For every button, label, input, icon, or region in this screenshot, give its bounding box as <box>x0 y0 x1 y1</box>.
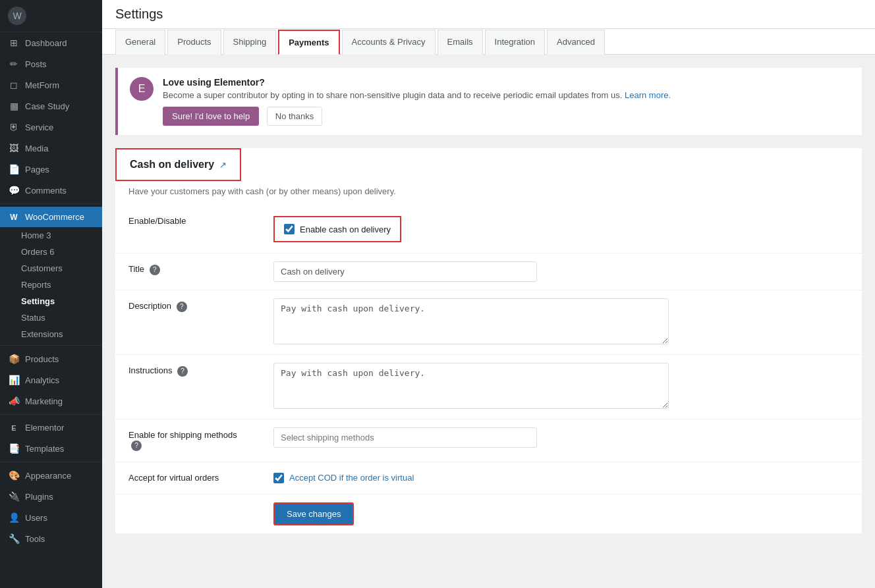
elementor-banner: E Love using Elementor? Become a super c… <box>115 68 862 135</box>
submenu-extensions-label: Extensions <box>21 329 63 339</box>
tab-general[interactable]: General <box>115 30 165 55</box>
virtual-checkbox-area: Accept COD if the order is virtual <box>273 470 849 486</box>
sidebar-item-templates[interactable]: 📑 Templates <box>0 438 102 459</box>
sidebar-item-service[interactable]: ⛨ Service <box>0 117 102 138</box>
sidebar-item-label: Products <box>25 354 59 364</box>
sidebar-item-metform[interactable]: ◻ MetForm <box>0 74 102 95</box>
title-input[interactable] <box>273 261 537 282</box>
sidebar-item-products[interactable]: 📦 Products <box>0 348 102 369</box>
elementor-banner-body: Love using Elementor? Become a super con… <box>163 77 671 126</box>
description-help-icon[interactable]: ? <box>177 302 187 312</box>
submenu-customers-label: Customers <box>21 263 63 273</box>
comments-icon: 💬 <box>8 185 20 196</box>
description-label: Description ? <box>115 290 260 355</box>
submenu-settings-label: Settings <box>21 296 55 306</box>
marketing-icon: 📣 <box>8 396 20 406</box>
payment-description: Have your customers pay with cash (or by… <box>115 181 862 205</box>
tab-accounts-privacy[interactable]: Accounts & Privacy <box>342 30 436 55</box>
title-row: Title ? <box>115 254 862 290</box>
sidebar-submenu-orders[interactable]: Orders 6 <box>0 244 102 260</box>
instructions-textarea[interactable]: Pay with cash upon delivery. <box>273 363 669 409</box>
sidebar-item-label: WooCommerce <box>25 212 84 222</box>
tab-emails[interactable]: Emails <box>438 30 483 55</box>
submenu-home-label: Home <box>21 230 44 240</box>
sidebar-item-label: MetForm <box>25 80 59 90</box>
virtual-orders-label: Accept for virtual orders <box>115 462 260 494</box>
wp-logo-icon: W <box>8 7 26 25</box>
topbar: Settings <box>102 0 875 29</box>
instructions-label: Instructions ? <box>115 355 260 419</box>
enable-cod-label: Enable cash on delivery <box>300 225 391 234</box>
sidebar-item-comments[interactable]: 💬 Comments <box>0 180 102 201</box>
posts-icon: ✏ <box>8 59 20 69</box>
elementor-brand-icon: E <box>130 77 154 101</box>
sidebar-item-label: Marketing <box>25 396 63 406</box>
sidebar-item-label: Analytics <box>25 375 59 385</box>
tab-integration[interactable]: Integration <box>485 30 545 55</box>
shipping-methods-label: Enable for shipping methods ? <box>115 419 260 462</box>
payment-form-table: Enable/Disable Enable cash on delivery T… <box>115 205 862 534</box>
sidebar-submenu-status[interactable]: Status <box>0 309 102 326</box>
save-spacer <box>115 494 260 533</box>
submenu-orders-label: Orders <box>21 247 47 257</box>
shipping-methods-input[interactable] <box>273 427 537 448</box>
sidebar-item-elementor[interactable]: E Elementor <box>0 417 102 438</box>
sidebar-submenu-extensions[interactable]: Extensions <box>0 326 102 342</box>
virtual-cod-checkbox[interactable] <box>273 473 284 483</box>
sidebar-item-tools[interactable]: 🔧 Tools <box>0 528 102 549</box>
elementor-yes-button[interactable]: Sure! I'd love to help <box>163 107 259 126</box>
media-icon: 🖼 <box>8 143 20 153</box>
sidebar-item-appearance[interactable]: 🎨 Appearance <box>0 465 102 486</box>
sidebar-item-users[interactable]: 👤 Users <box>0 507 102 528</box>
sidebar-item-label: Pages <box>25 165 49 174</box>
sidebar-item-label: Users <box>25 513 47 523</box>
sidebar-item-posts[interactable]: ✏ Posts <box>0 53 102 74</box>
payment-heading: Cash on delivery <box>130 159 214 171</box>
enable-cod-checkbox[interactable] <box>284 224 295 234</box>
description-textarea[interactable]: Pay with cash upon delivery. <box>273 298 669 344</box>
instructions-row: Instructions ? Pay with cash upon delive… <box>115 355 862 419</box>
title-label: Title ? <box>115 254 260 290</box>
tab-payments[interactable]: Payments <box>278 30 339 55</box>
tab-products[interactable]: Products <box>167 30 221 55</box>
metform-icon: ◻ <box>8 80 20 90</box>
virtual-orders-row: Accept for virtual orders Accept COD if … <box>115 462 862 494</box>
shipping-methods-help-icon[interactable]: ? <box>131 441 142 451</box>
tab-advanced[interactable]: Advanced <box>547 30 605 55</box>
sidebar-item-plugins[interactable]: 🔌 Plugins <box>0 486 102 507</box>
save-changes-button[interactable]: Save changes <box>273 502 354 525</box>
sidebar-item-label: Case Study <box>25 101 69 111</box>
templates-icon: 📑 <box>8 443 20 454</box>
payment-link-icon[interactable]: ↗ <box>219 160 227 170</box>
sidebar-submenu-customers[interactable]: Customers <box>0 260 102 277</box>
sidebar-submenu-settings[interactable]: Settings <box>0 293 102 309</box>
sidebar-item-label: Service <box>25 122 53 132</box>
enable-label: Enable/Disable <box>115 205 260 254</box>
sidebar-item-label: Appearance <box>25 471 71 481</box>
shipping-methods-row: Enable for shipping methods ? <box>115 419 862 462</box>
plugins-icon: 🔌 <box>8 491 20 502</box>
sidebar-item-marketing[interactable]: 📣 Marketing <box>0 390 102 412</box>
sidebar-item-analytics[interactable]: 📊 Analytics <box>0 369 102 390</box>
sidebar-submenu-home[interactable]: Home 3 <box>0 227 102 244</box>
elementor-banner-description: Become a super contributor by opting in … <box>163 90 671 100</box>
pages-icon: 📄 <box>8 164 20 174</box>
instructions-help-icon[interactable]: ? <box>177 366 188 377</box>
elementor-no-thanks-button[interactable]: No thanks <box>267 107 323 126</box>
title-help-icon[interactable]: ? <box>150 265 160 275</box>
sidebar-item-label: Plugins <box>25 492 53 502</box>
sidebar-item-pages[interactable]: 📄 Pages <box>0 159 102 180</box>
sidebar-item-dashboard[interactable]: ⊞ Dashboard <box>0 32 102 53</box>
appearance-icon: 🎨 <box>8 470 20 481</box>
sidebar-item-case-study[interactable]: ▦ Case Study <box>0 95 102 117</box>
submenu-status-label: Status <box>21 313 45 323</box>
enable-checkbox-area: Enable cash on delivery <box>273 216 401 242</box>
description-row: Description ? Pay with cash upon deliver… <box>115 290 862 355</box>
sidebar-item-woocommerce[interactable]: W WooCommerce <box>0 207 102 227</box>
sidebar-item-label: Tools <box>25 534 45 544</box>
sidebar-item-media[interactable]: 🖼 Media <box>0 138 102 159</box>
submenu-reports-label: Reports <box>21 280 51 290</box>
elementor-learn-more-link[interactable]: Learn more. <box>625 90 671 100</box>
tab-shipping[interactable]: Shipping <box>223 30 277 55</box>
sidebar-submenu-reports[interactable]: Reports <box>0 277 102 293</box>
